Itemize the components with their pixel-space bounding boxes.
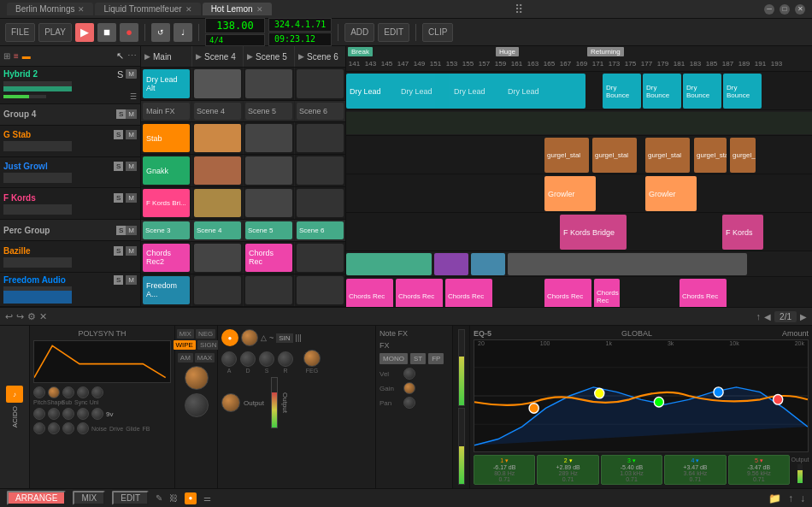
vel-knob[interactable] bbox=[403, 368, 415, 380]
clip-button[interactable]: CLIP bbox=[422, 23, 453, 42]
unison2-knob[interactable] bbox=[91, 408, 103, 420]
mix-tab[interactable]: MIX bbox=[73, 491, 105, 505]
arr-clip-growler2[interactable]: Growler bbox=[645, 176, 697, 211]
play-label-button[interactable]: PLAY bbox=[38, 23, 72, 42]
clip-percgroup-s6[interactable]: Scene 6 bbox=[295, 220, 345, 240]
glide-knob[interactable] bbox=[62, 422, 74, 434]
clip-percgroup-s5[interactable]: Scene 5 bbox=[244, 220, 295, 240]
bars-icon[interactable]: ⚌ bbox=[203, 493, 211, 503]
synth-icon[interactable]: ♪ bbox=[6, 386, 23, 403]
arr-clip-gurgel4[interactable]: gurgel_stal bbox=[694, 138, 727, 173]
track-justgrowl-m[interactable]: M bbox=[126, 162, 137, 171]
track-freedomaudio-s[interactable]: S bbox=[114, 275, 123, 285]
mono-button[interactable]: MONO bbox=[380, 353, 408, 364]
scene-4[interactable]: ▶ Scene 4 bbox=[192, 46, 244, 67]
scene-6[interactable]: ▶ Scene 6 bbox=[295, 46, 345, 67]
arr-clip-perc4[interactable] bbox=[508, 253, 747, 275]
arr-clip-drylead3[interactable]: Dry Lead bbox=[450, 74, 502, 109]
st-button[interactable]: ST bbox=[410, 353, 426, 364]
arr-clip-drylead4[interactable]: Dry Lead bbox=[504, 74, 556, 109]
arr-clip-gurgel5[interactable]: gurgel_stal bbox=[730, 138, 756, 173]
edit-button[interactable]: EDIT bbox=[378, 23, 409, 42]
shape2-knob[interactable] bbox=[48, 408, 60, 420]
folder-icon[interactable]: 📁 bbox=[768, 492, 781, 504]
arrange-tab[interactable]: ARRANGE bbox=[7, 491, 66, 505]
clip-freedom-main[interactable]: Freedom A... bbox=[141, 274, 192, 306]
arr-clip-growler1[interactable]: Growler bbox=[544, 176, 596, 211]
sustain-knob[interactable] bbox=[259, 351, 274, 367]
track-m-hybrid2[interactable]: M bbox=[126, 69, 137, 79]
tab-close-berlin[interactable]: ✕ bbox=[78, 5, 85, 14]
edit-tab[interactable]: EDIT bbox=[112, 491, 149, 505]
eq-band-3[interactable]: 3 ▾ -5.40 dB 1.03 kHz 0.71 bbox=[601, 455, 662, 485]
download-icon[interactable]: ↓ bbox=[800, 492, 805, 504]
release-knob[interactable] bbox=[278, 351, 293, 367]
clip-bazille-main[interactable]: Chords Rec2 bbox=[141, 242, 192, 274]
clip-fkords-s5[interactable] bbox=[244, 187, 295, 219]
clip-bazille-s6[interactable] bbox=[295, 242, 345, 274]
upload-icon[interactable]: ↑ bbox=[788, 492, 793, 504]
metro-button[interactable]: ♩ bbox=[174, 23, 192, 42]
attack-knob[interactable] bbox=[221, 351, 237, 367]
clip-group4-s5[interactable]: Scene 5 bbox=[244, 101, 295, 121]
scene-5[interactable]: ▶ Scene 5 bbox=[244, 46, 295, 67]
eq-band-2[interactable]: 2 ▾ +2.89 dB 289 Hz 0.71 bbox=[537, 455, 598, 485]
clip-group4-s4[interactable]: Scene 4 bbox=[192, 101, 244, 121]
arr-clip-chordsrec6[interactable]: Chords Rec bbox=[680, 279, 727, 307]
loop-button[interactable]: ↺ bbox=[151, 23, 170, 42]
feg-knob[interactable] bbox=[303, 350, 321, 367]
clip-hybrid2-main[interactable]: Dry Lead Alt bbox=[141, 68, 192, 99]
track-bazille-s[interactable]: S bbox=[114, 246, 123, 256]
arr-clip-drybounce3[interactable]: Dry Bounce bbox=[683, 74, 721, 109]
scene-main[interactable]: ▶ Main bbox=[141, 46, 192, 67]
sub2-knob[interactable] bbox=[62, 408, 74, 420]
arr-clip-chordsrec4[interactable]: Chords Rec bbox=[544, 279, 591, 307]
clip-fkords-main[interactable]: F Kords Bri... bbox=[141, 187, 192, 219]
clip-freedom-s4[interactable] bbox=[192, 274, 244, 306]
arr-clip-drybounce1[interactable]: Dry Bounce bbox=[603, 74, 641, 109]
clip-gstab-main[interactable]: Stab bbox=[141, 122, 192, 154]
track-group4-m[interactable]: M bbox=[126, 109, 137, 119]
track-hybrid2-menu[interactable]: ☰ bbox=[130, 92, 137, 101]
track-group4-s[interactable]: S bbox=[116, 109, 126, 119]
tab-liquid[interactable]: Liquid Trommelfeuer ✕ bbox=[95, 3, 200, 15]
eq-band-5[interactable]: 5 ▾ -3.47 dB 9.56 kHz 0.71 bbox=[728, 455, 790, 485]
arr-clip-drybounce4[interactable]: Dry Bounce bbox=[723, 74, 762, 109]
arr-clip-gurgel2[interactable]: gurgel_stal bbox=[592, 138, 637, 173]
arr-clip-chordsrec5[interactable]: Chords Rec bbox=[594, 279, 620, 307]
track-fkords-s[interactable]: S bbox=[114, 193, 123, 203]
pitch2-knob[interactable] bbox=[33, 408, 45, 420]
tab-close-liquid[interactable]: ✕ bbox=[185, 5, 192, 14]
clip-bazille-s5[interactable]: Chords Rec bbox=[244, 242, 295, 274]
arr-clip-chordsrec2[interactable]: Chords Rec bbox=[396, 279, 443, 307]
settings-icon[interactable]: ⚙ bbox=[27, 311, 36, 322]
eq-graph[interactable]: 20 100 1k 3k 10k 20k bbox=[474, 339, 809, 452]
clip-justgrowl-s4[interactable] bbox=[192, 155, 244, 186]
sync2-knob[interactable] bbox=[77, 408, 89, 420]
edit-icon[interactable]: ✎ bbox=[156, 493, 162, 503]
maximize-button[interactable]: □ bbox=[780, 4, 790, 15]
pitch-knob[interactable] bbox=[33, 386, 45, 398]
noise-knob[interactable] bbox=[33, 422, 45, 434]
track-gstab-s[interactable]: S bbox=[114, 130, 123, 139]
add-button[interactable]: ADD bbox=[344, 23, 374, 42]
close-panel-icon[interactable]: ✕ bbox=[39, 311, 47, 322]
minimize-button[interactable]: ─ bbox=[764, 4, 774, 15]
stop-button[interactable]: ■ bbox=[97, 23, 116, 42]
osc-main-knob[interactable]: ● bbox=[221, 329, 238, 346]
arr-clip-chordsrec1[interactable]: Chords Rec bbox=[346, 279, 393, 307]
arr-clip-perc3[interactable] bbox=[471, 253, 505, 275]
clip-hybrid2-s5[interactable] bbox=[244, 68, 295, 99]
eq-band-1[interactable]: 1 ▾ -6.17 dB 80.8 Hz 0.71 bbox=[474, 455, 535, 485]
clip-freedom-s6[interactable] bbox=[295, 274, 345, 306]
link-icon[interactable]: ⛓ bbox=[169, 493, 178, 503]
clip-gstab-s5[interactable] bbox=[244, 122, 295, 154]
eq-band-4[interactable]: 4 ▾ +3.47 dB 3.64 kHz 0.71 bbox=[664, 455, 726, 485]
arr-clip-drylead2[interactable]: Dry Lead bbox=[397, 74, 449, 109]
clip-gstab-s6[interactable] bbox=[295, 122, 345, 154]
shape-knob[interactable] bbox=[48, 386, 60, 398]
clip-group4-s6[interactable]: Scene 6 bbox=[295, 101, 345, 121]
arr-clip-perc1[interactable] bbox=[346, 253, 432, 275]
clip-hybrid2-s4[interactable] bbox=[192, 68, 244, 99]
gain-knob[interactable] bbox=[403, 382, 415, 394]
